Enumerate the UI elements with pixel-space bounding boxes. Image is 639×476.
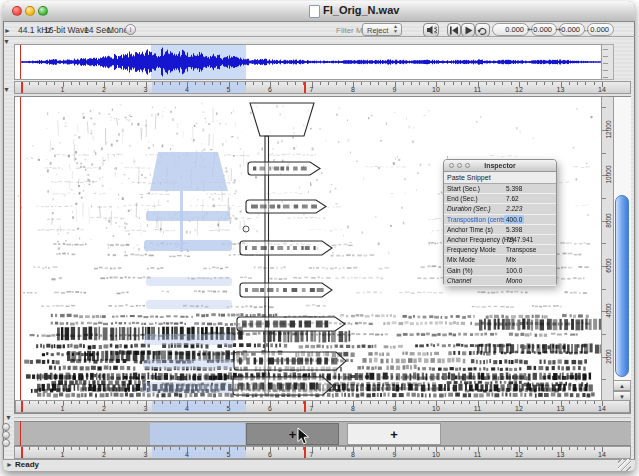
- frequency-label: 10000: [605, 160, 612, 190]
- paste-snippet-outline[interactable]: [233, 103, 346, 395]
- minimize-button-icon[interactable]: [25, 6, 35, 16]
- inspector-row-label: Transposition (cents): [447, 215, 507, 225]
- inspector-row-value[interactable]: Mix: [506, 255, 516, 265]
- inspector-row-value[interactable]: Transpose: [506, 245, 536, 255]
- skip-to-start-icon: [449, 26, 459, 35]
- collapsed-section-disclosure-icon[interactable]: ►: [4, 27, 11, 34]
- selection-end-field[interactable]: ⇥ 0.000: [559, 23, 585, 36]
- ruler-number: 5: [227, 451, 231, 458]
- track-toggle-icon[interactable]: [2, 431, 10, 439]
- paste-snippet-segment[interactable]: +: [347, 423, 441, 445]
- ruler-number: 2: [102, 451, 106, 458]
- selection-start-value: 0.000: [533, 25, 552, 34]
- selection-duration-value: 0.000: [590, 25, 609, 34]
- inspector-row[interactable]: Start (Sec.)5.398: [444, 184, 556, 194]
- cursor-time-field[interactable]: 0.000: [492, 23, 529, 36]
- status-disclosure-icon[interactable]: ►: [6, 461, 13, 468]
- window-title: Fl_Orig_N.wav: [323, 4, 399, 16]
- loop-button[interactable]: [475, 23, 490, 37]
- spectrogram-time-ruler[interactable]: 1234567891011121314: [15, 400, 630, 413]
- inspector-row[interactable]: Mix ModeMix: [444, 255, 556, 265]
- inspector-title-bar[interactable]: Inspector: [444, 160, 556, 172]
- ruler-number: 12: [515, 451, 523, 458]
- ruler-number: 4: [185, 405, 189, 412]
- resize-grip[interactable]: [618, 459, 631, 471]
- select-arrows-icon: ▲▼: [393, 24, 398, 34]
- frequency-label: 12000: [605, 115, 612, 145]
- spectrum-disclosure-icon[interactable]: ▼: [3, 86, 10, 93]
- ruler-selection-highlight: [152, 447, 246, 459]
- ruler-number: 4: [185, 86, 189, 93]
- overview-disclosure-icon[interactable]: ▼: [3, 38, 10, 45]
- inspector-row-value[interactable]: 2.223: [506, 204, 522, 214]
- app-window: Fl_Orig_N.wav 44.1 kHz 16-bit Wave 14 Se…: [0, 0, 639, 476]
- speaker-button[interactable]: [423, 23, 439, 37]
- inspector-row-label: Frequency Mode: [447, 245, 496, 255]
- track-time-ruler[interactable]: 1234567891011121314: [14, 446, 631, 459]
- play-icon: [464, 26, 473, 35]
- ruler-number: 8: [351, 451, 355, 458]
- inspector-palette[interactable]: Inspector Paste Snippet Start (Sec.)5.39…: [443, 159, 557, 285]
- inspector-row[interactable]: Frequency ModeTranspose: [444, 245, 556, 255]
- overview-time-ruler[interactable]: 1234567891011121314: [14, 81, 631, 94]
- inspector-rows: Start (Sec.)5.398End (Sec.)7.62Duration …: [444, 184, 556, 286]
- inspector-row[interactable]: Gain (%)100.0: [444, 266, 556, 276]
- inspector-row-value[interactable]: 5.398: [506, 184, 522, 194]
- inspector-row[interactable]: ChannelMono: [444, 276, 556, 286]
- playhead-marker: [21, 401, 23, 413]
- track-toggle-icon[interactable]: [2, 439, 10, 447]
- toolbar-divider: [3, 36, 635, 37]
- ruler-number: 7: [310, 451, 314, 458]
- inspector-row-value[interactable]: Mono: [506, 276, 522, 286]
- selection-end-value: 0.000: [561, 25, 580, 34]
- inspector-row-value[interactable]: 7.62: [506, 194, 519, 204]
- inspector-row[interactable]: Duration (Sec.)2.223: [444, 204, 556, 214]
- status-bar: [3, 459, 635, 471]
- ruler-number: 13: [557, 86, 565, 93]
- ruler-number: 1: [61, 451, 65, 458]
- skip-to-start-button[interactable]: [447, 23, 461, 37]
- inspector-row-value[interactable]: 5.398: [506, 225, 522, 235]
- ruler-number: 10: [432, 405, 440, 412]
- inspector-row-label: Duration (Sec.): [447, 204, 491, 214]
- selection-start-field[interactable]: ⇤ 0.000: [531, 23, 557, 36]
- ruler-number: 12: [515, 86, 523, 93]
- snippet-track-lane[interactable]: + +: [14, 421, 631, 446]
- snippet-anchor-point[interactable]: [243, 226, 249, 232]
- inspector-row-label: Start (Sec.): [447, 184, 480, 194]
- ruler-number: 2: [102, 86, 106, 93]
- track-selection-region[interactable]: [150, 423, 245, 445]
- waveform-amplitude-strip: [602, 44, 614, 80]
- inspector-row-value[interactable]: 100.0: [506, 266, 522, 276]
- inspector-section-header: Paste Snippet: [444, 172, 556, 184]
- inspector-row-value[interactable]: 400.0: [504, 215, 524, 225]
- inspector-row[interactable]: Transposition (cents)400.0: [444, 215, 556, 225]
- paste-snippet-segment-active[interactable]: +: [246, 423, 339, 445]
- inspector-row-value[interactable]: 7947.941: [506, 235, 533, 245]
- selected-partials-highlight[interactable]: [142, 152, 234, 393]
- scroll-up-button[interactable]: ▲: [613, 380, 631, 391]
- frequency-ruler[interactable]: 12000100008000600040002000: [601, 97, 613, 400]
- inspector-row-label: Channel: [447, 276, 471, 286]
- close-button-icon[interactable]: [12, 6, 22, 16]
- play-button[interactable]: [461, 23, 475, 37]
- inspector-row-label: End (Sec.): [447, 194, 478, 204]
- waveform-canvas[interactable]: [15, 45, 601, 79]
- waveform-overview[interactable]: [14, 44, 602, 80]
- playhead-line: [20, 421, 21, 446]
- info-icon[interactable]: i: [125, 24, 136, 35]
- track-toggle-icon[interactable]: [2, 423, 10, 431]
- inspector-row[interactable]: End (Sec.)7.62: [444, 194, 556, 204]
- scrollbar-thumb[interactable]: [615, 195, 629, 377]
- ruler-number: 11: [474, 451, 481, 458]
- ruler-selection-highlight: [152, 401, 246, 413]
- double-arrow-icon: ↔: [583, 26, 590, 33]
- tracks-disclosure-icon[interactable]: ▼: [5, 414, 12, 421]
- zoom-button-icon[interactable]: [38, 6, 48, 16]
- inspector-row[interactable]: Anchor Time (s)5.398: [444, 225, 556, 235]
- inspector-row[interactable]: Anchor Frequency (Hz)7947.941: [444, 235, 556, 245]
- ruler-number: 9: [393, 451, 397, 458]
- status-text: Ready: [15, 460, 39, 469]
- selection-duration-field[interactable]: ↔ 0.000: [587, 23, 614, 36]
- playhead-line: [20, 45, 21, 79]
